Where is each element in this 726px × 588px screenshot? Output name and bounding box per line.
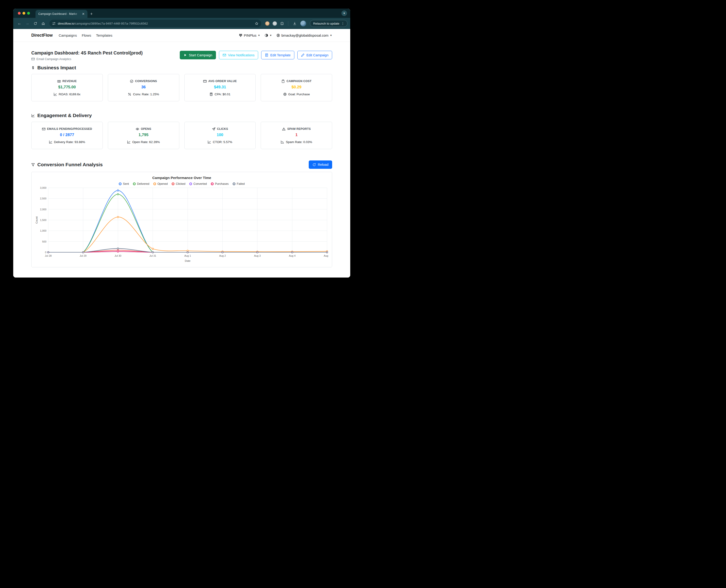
- graph-down-icon: [281, 140, 284, 144]
- metric-value: 1: [295, 133, 297, 137]
- legend-item[interactable]: Converted: [189, 182, 207, 186]
- credit-card-icon: [203, 80, 207, 83]
- graph-up-icon: [49, 140, 53, 144]
- profile-avatar[interactable]: [300, 21, 306, 26]
- extension-monkey-icon[interactable]: [265, 21, 270, 26]
- new-tab-button[interactable]: +: [90, 12, 93, 16]
- nav-item-flows[interactable]: Flows: [82, 34, 91, 38]
- metric-subtext: CPA: $0.01: [214, 92, 230, 96]
- warning-icon: [282, 127, 286, 131]
- nav-item-templates[interactable]: Templates: [96, 34, 112, 38]
- file-text-icon: [265, 53, 268, 57]
- legend-item[interactable]: Opened: [153, 182, 168, 186]
- relaunch-button[interactable]: Relaunch to update ⋮: [310, 20, 348, 27]
- legend-item[interactable]: Failed: [233, 182, 245, 186]
- legend-item[interactable]: Sent: [119, 182, 129, 186]
- browser-tab[interactable]: Campaign Dashboard · Marke ✕: [36, 10, 87, 18]
- window-controls: [18, 12, 30, 15]
- theme-toggle[interactable]: ▼: [265, 34, 272, 37]
- download-icon: [293, 22, 296, 25]
- svg-text:Date: Date: [185, 259, 190, 262]
- user-email: bmackay@globaldisposal.com: [281, 34, 328, 37]
- metric-card: EMAILS PENDING/PROCESSED 0 / 2877 Delive…: [31, 122, 103, 149]
- funnel-icon: [31, 163, 35, 167]
- legend-marker: [189, 183, 192, 185]
- person-circle-icon: [276, 34, 280, 37]
- legend-item[interactable]: Delivered: [133, 182, 149, 186]
- downloads-button[interactable]: [291, 20, 298, 27]
- home-button[interactable]: [40, 20, 47, 27]
- metric-label: EMAILS PENDING/PROCESSED: [47, 127, 92, 130]
- metric-subtext: Spam Rate: 0.03%: [286, 140, 312, 144]
- svg-text:Aug 1: Aug 1: [184, 254, 191, 257]
- svg-text:Jul 30: Jul 30: [115, 254, 121, 257]
- play-icon: [184, 53, 187, 57]
- toolbar-divider: [288, 21, 288, 26]
- legend-item[interactable]: Purchases: [211, 182, 229, 186]
- metric-value: 1,795: [139, 133, 148, 137]
- chevron-down-icon: ▼: [258, 34, 260, 37]
- calculator-icon: [209, 92, 213, 96]
- edit-campaign-button[interactable]: Edit Campaign: [297, 51, 332, 59]
- legend-item[interactable]: Clicked: [172, 182, 185, 186]
- nav-item-campaigns[interactable]: Campaigns: [59, 34, 77, 38]
- extensions-puzzle-icon[interactable]: [279, 21, 285, 26]
- legend-marker: [133, 183, 136, 185]
- graph-up-icon: [208, 140, 211, 144]
- reload-icon: [312, 163, 316, 167]
- metric-subtext: ROAS: 6169.6x: [59, 92, 81, 96]
- forward-button[interactable]: →: [24, 20, 31, 27]
- svg-text:3,000: 3,000: [40, 186, 46, 189]
- cash-icon: [57, 80, 61, 83]
- chart-title: Campaign Performance Over Time: [35, 176, 329, 180]
- site-settings-icon[interactable]: [52, 22, 56, 25]
- tab-title: Campaign Dashboard · Marke: [38, 12, 81, 16]
- envelope-icon: [223, 53, 226, 57]
- business-impact-heading: Business Impact: [31, 65, 332, 70]
- svg-text:2,500: 2,500: [40, 197, 46, 200]
- view-notifications-button[interactable]: View Notifications: [219, 51, 258, 59]
- envelope-icon: [31, 57, 35, 61]
- back-button[interactable]: ←: [16, 20, 23, 27]
- eye-icon: [136, 127, 139, 131]
- metric-card: REVENUE $1,775.00 ROAS: 6169.6x: [31, 74, 103, 101]
- metric-subtext: Goal: Purchase: [288, 92, 310, 96]
- app-page: DirectFlow Campaigns Flows Templates PIN…: [13, 29, 350, 277]
- reload-data-button[interactable]: Reload: [309, 161, 332, 169]
- url-path: /campaigns/3890ec7a-9497-446f-957a-79ff9…: [74, 22, 148, 25]
- metric-value: $49.31: [214, 85, 226, 89]
- legend-marker: [172, 183, 174, 185]
- legend-marker: [233, 183, 235, 185]
- user-menu[interactable]: bmackay@globaldisposal.com ▼: [276, 34, 332, 37]
- close-window-button[interactable]: [18, 12, 21, 15]
- reload-page-button[interactable]: [32, 20, 39, 27]
- maximize-window-button[interactable]: [27, 12, 30, 15]
- edit-template-button[interactable]: Edit Template: [261, 51, 294, 59]
- tab-close-icon[interactable]: ✕: [81, 12, 86, 16]
- start-campaign-button[interactable]: Start Campaign: [180, 51, 216, 59]
- chevron-down-icon: ▼: [270, 34, 272, 37]
- address-bar[interactable]: directflow.io/campaigns/3890ec7a-9497-44…: [49, 20, 261, 27]
- metric-value: $1,775.00: [58, 85, 76, 89]
- svg-text:1,500: 1,500: [40, 219, 46, 222]
- legend-marker: [153, 183, 156, 185]
- url-host: directflow.io: [58, 22, 74, 25]
- metric-card: CAMPAIGN COST $0.29 Goal: Purchase: [261, 74, 332, 101]
- metric-label: CAMPAIGN COST: [287, 80, 312, 83]
- tab-search-chevron-icon[interactable]: ▼: [341, 10, 347, 16]
- chart-line-icon: [31, 114, 35, 117]
- dollar-icon: [31, 66, 35, 69]
- legend-marker: [211, 183, 214, 185]
- metric-card: AVG ORDER VALUE $49.31 CPA: $0.01: [184, 74, 256, 101]
- metric-label: AVG ORDER VALUE: [208, 80, 237, 83]
- app-nav: DirectFlow Campaigns Flows Templates PIN…: [13, 29, 350, 42]
- pinplus-menu[interactable]: PINPlus ▼: [239, 34, 260, 37]
- minimize-window-button[interactable]: [22, 12, 25, 15]
- metric-value: 0 / 2877: [60, 133, 74, 137]
- svg-text:500: 500: [42, 240, 46, 243]
- brand-logo[interactable]: DirectFlow: [31, 33, 53, 38]
- bookmark-star-icon[interactable]: [255, 22, 258, 25]
- browser-menu-kebab-icon[interactable]: ⋮: [339, 22, 346, 25]
- extension-icon[interactable]: [272, 21, 277, 26]
- metric-value: 100: [216, 133, 223, 137]
